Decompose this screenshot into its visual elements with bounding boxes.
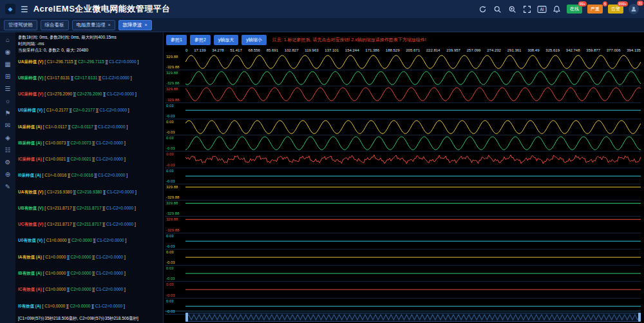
list-icon[interactable]: ☰ (5, 86, 11, 92)
channel-value: C2=211.8717 (77, 206, 102, 210)
bracket: ] (133, 206, 136, 210)
x-tick-label: 394.135 (627, 48, 641, 52)
dashboard-icon[interactable]: ▦ (5, 61, 10, 68)
bracket: ] (123, 271, 126, 275)
x-tick-label: 325.619 (545, 48, 560, 52)
datazoom-right-handle[interactable] (638, 313, 641, 322)
alarm-flag-icon[interactable]: ⚑ (5, 110, 11, 117)
add-icon[interactable]: ⊕ (5, 171, 10, 178)
y-min-label: -0.03 (166, 163, 175, 167)
waveform-line (185, 119, 641, 135)
channel-value: C2=0.0000 (71, 238, 92, 242)
message-icon[interactable]: ✉ (5, 122, 10, 129)
tab-3[interactable]: 电能质量治理× (72, 20, 115, 30)
y-max-label: 0.03 (166, 169, 174, 173)
bracket: ] (125, 173, 128, 177)
channel-row: UC采样值 (V) [ C1=276.2090 ][ C2=276.2090 ]… (18, 92, 160, 97)
x-tick-label: 119.963 (305, 48, 318, 52)
menu-toggle-icon[interactable]: ☰ (21, 5, 28, 14)
waveform-strip: 0.03-0.03 (165, 119, 641, 135)
app-title: AcrelEMS企业微电网能效管理平台 (33, 3, 171, 15)
channel-value: C1=0.0000 (46, 238, 67, 242)
monitor-icon[interactable]: ◉ (5, 49, 11, 55)
ai-assistant-icon[interactable]: AI (537, 5, 547, 14)
channel-row: U0采样值 (V) [ C1=-0.2177 ][ C2=-0.2177 ][ … (18, 108, 160, 113)
y-max-label: 0.03 (166, 136, 174, 140)
channel-value: C1=-0.0016 (44, 173, 66, 177)
param-panel: 参数1时间: 0ms, 参数2时间: 0ms, 最大时间400.15ms 时间间… (15, 32, 164, 323)
search-icon[interactable] (493, 5, 502, 14)
y-max-label: 0.03 (166, 120, 174, 124)
data-icon[interactable]: ◈ (5, 135, 10, 141)
waveform-line (185, 266, 641, 281)
tab-1[interactable]: 管理驾驶舱 (4, 20, 37, 30)
refresh-icon[interactable] (478, 5, 488, 14)
datazoom-left-handle[interactable] (185, 313, 188, 322)
y-min-label: -329.88 (166, 211, 179, 215)
x-tick-label: 17.139 (194, 48, 205, 52)
toolbar-button-1[interactable]: 参照1 (166, 35, 187, 45)
waveform-line (185, 152, 641, 167)
tab-close-icon[interactable]: × (145, 23, 147, 27)
zoom-in-icon[interactable] (507, 5, 517, 14)
tab-label: 管理驾驶舱 (8, 22, 33, 28)
toolbar-button-2[interactable]: 参照2 (190, 35, 211, 45)
y-min-label: -0.03 (166, 130, 175, 134)
y-max-label: 0.03 (166, 250, 174, 254)
y-min-label: -0.03 (166, 260, 175, 264)
x-tick-label: 51.417 (230, 48, 242, 52)
grid-icon[interactable]: ☷ (5, 147, 11, 153)
cursor-info-line1: 参数1时间: 0ms, 参数2时间: 0ms, 最大时间400.15ms (18, 34, 160, 41)
channel-value: C1=0.0073 (45, 141, 66, 145)
channel-value: C1=0.0021 (45, 157, 66, 161)
waveform-line (185, 103, 641, 119)
tab-4[interactable]: 故障录波× (118, 20, 152, 30)
status-badge-online[interactable]: 在线99+ (567, 5, 582, 14)
tab-2[interactable]: 综合看板 (41, 20, 69, 30)
channel-value: C1-C2=0.0000 (106, 222, 133, 226)
x-tick-label: 154.244 (345, 48, 359, 52)
toolbar-button-4[interactable]: y轴缩小 (242, 35, 267, 45)
status-badge-alarm[interactable]: 告警999+ (608, 5, 623, 14)
waveform-strip: 0.03-0.03 (165, 135, 641, 152)
apps-icon[interactable]: ⊞ (5, 73, 10, 80)
home-icon[interactable]: ⌂ (6, 37, 10, 43)
channel-value: C1-C2=0.0000 (96, 157, 123, 161)
bracket: ] (133, 222, 136, 226)
cursor-info: 参数1时间: 0ms, 参数2时间: 0ms, 最大时间400.15ms 时间间… (18, 34, 160, 54)
channel-row: IC有效值 (A) [ C1=0.0000 ][ C2=0.0000 ][ C1… (18, 288, 160, 292)
tab-bar: 管理驾驶舱综合看板电能质量治理×故障录波× (0, 18, 644, 32)
status-badge-critical[interactable]: 严重5 (587, 5, 603, 14)
settings-icon[interactable]: ⚙ (5, 159, 11, 166)
toolbar-button-3[interactable]: y轴放大 (214, 35, 239, 45)
channel-value-list: UA采样值 (V) [ C1=-296.7115 ][ C2=-296.7115… (18, 54, 160, 314)
channel-value: C2=276.2090 (77, 92, 102, 96)
channel-row: UC有效值 (V) [ C1=211.8717 ][ C2=211.8717 ]… (18, 222, 160, 227)
energy-icon[interactable]: ☼ (5, 98, 10, 104)
channel-value: C1=216.9380 (47, 190, 72, 194)
channel-value: C2=-296.7115 (78, 59, 104, 64)
waveform-strips: 329.88-329.88329.88-329.88329.88-329.880… (165, 54, 641, 311)
y-min-label: -0.03 (166, 277, 175, 280)
x-tick-label: 34.278 (212, 48, 223, 52)
cursor-timestamps: [C1=09时57分35秒218.506毫秒, C2=09时57分35秒218.… (18, 315, 160, 321)
datazoom-slider[interactable] (185, 313, 641, 322)
waveform-strip: 329.88-329.88 (165, 217, 641, 233)
app: ◆ ☰ AcrelEMS企业微电网能效管理平台 AI 在线99+ (0, 0, 644, 323)
channel-value: C2=0.0073 (71, 141, 91, 145)
channel-row: IC采样值 (A) [ C1=0.0021 ][ C2=0.0021 ][ C1… (18, 157, 160, 162)
notification-bell-icon[interactable] (552, 5, 562, 14)
tab-close-icon[interactable]: × (108, 23, 111, 27)
user-avatar[interactable]: 31 (629, 4, 639, 14)
channel-label: UC采样值 (V) (18, 92, 44, 96)
fullscreen-icon[interactable] (522, 5, 532, 14)
waveform-strip: 329.88-329.88 (165, 70, 641, 86)
alarm-count-badge: 999+ (618, 1, 628, 6)
channel-value: C1-C2=0.0000 (100, 108, 127, 112)
x-tick-label: 68.556 (249, 48, 260, 52)
edit-icon[interactable]: ✎ (5, 184, 10, 190)
bracket: ] (124, 238, 127, 242)
channel-label: I0有效值 (A) (18, 304, 43, 308)
y-min-label: -0.03 (166, 309, 175, 313)
y-min-label: -0.03 (166, 293, 175, 297)
